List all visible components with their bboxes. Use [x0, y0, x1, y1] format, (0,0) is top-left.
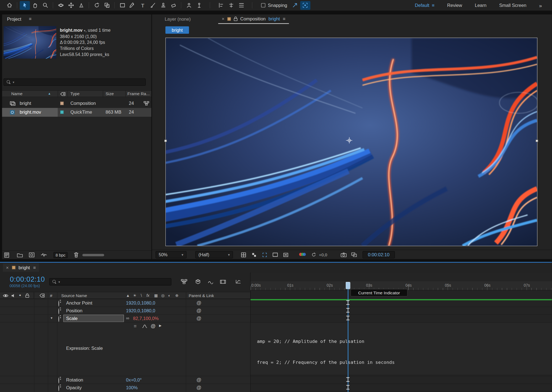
snap-to-features-button[interactable]: [300, 1, 310, 10]
pan-behind-tool-button[interactable]: [102, 1, 112, 10]
column-parent-link[interactable]: Parent & Link: [189, 293, 214, 298]
expression-language-menu-icon[interactable]: ▶: [159, 324, 162, 327]
composition-viewport[interactable]: [165, 38, 537, 246]
snapshot-button[interactable]: [339, 251, 348, 258]
stopwatch-icon[interactable]: [59, 378, 59, 384]
footage-thumbnail[interactable]: [4, 26, 56, 59]
project-search-input[interactable]: ▾: [4, 78, 146, 86]
enable-expression-icon[interactable]: =: [134, 323, 136, 329]
property-row-opacity[interactable]: Opacity 100% @: [0, 383, 250, 391]
sort-asc-icon[interactable]: ▲: [48, 92, 51, 95]
property-row-position[interactable]: Position 1920,0,1080,0 @: [0, 306, 250, 314]
pick-whip-icon[interactable]: @: [196, 308, 201, 313]
panel-menu-icon[interactable]: ≡: [283, 16, 286, 22]
snapping-checkbox[interactable]: [261, 3, 265, 7]
label-color-icon[interactable]: [39, 294, 45, 297]
menu-review[interactable]: Review: [447, 3, 462, 8]
bit-depth-button[interactable]: 8 bpc: [54, 252, 68, 258]
orbit-camera-tool-button[interactable]: [56, 1, 66, 10]
pan-camera-tool-button[interactable]: [66, 1, 76, 10]
comp-mini-flowchart-button[interactable]: [179, 278, 189, 285]
dimension-link-icon[interactable]: ∞: [126, 315, 129, 321]
transparency-grid-button[interactable]: [250, 251, 258, 258]
lock-icon[interactable]: [25, 293, 29, 298]
resolution-select[interactable]: (Half)▾: [195, 251, 233, 258]
horizontal-scrollbar[interactable]: [82, 254, 104, 256]
hide-shy-layers-button[interactable]: [206, 278, 215, 285]
property-row-anchor-point[interactable]: Anchor Point 1920,0,1080,0 @: [0, 299, 250, 306]
mask-visibility-button[interactable]: [271, 251, 279, 258]
rotation-tool-button[interactable]: [91, 1, 102, 10]
shy-icon[interactable]: ▲: [126, 293, 130, 297]
frame-blend-icon[interactable]: ▦: [154, 293, 158, 298]
position-value[interactable]: 1920,0,1080,0: [126, 308, 155, 313]
pick-whip-icon[interactable]: @: [196, 300, 201, 305]
collapse-transformations-icon[interactable]: ☀: [133, 293, 137, 298]
pick-whip-icon[interactable]: @: [196, 385, 201, 390]
tab-composition[interactable]: × Composition bright ≡: [218, 14, 289, 24]
menu-learn[interactable]: Learn: [475, 3, 486, 8]
trash-icon[interactable]: [74, 252, 79, 258]
hand-tool-button[interactable]: [30, 1, 40, 10]
motion-blur-icon[interactable]: ◎: [161, 293, 165, 298]
exposure-value[interactable]: +0,0: [319, 252, 327, 257]
stopwatch-icon[interactable]: [59, 301, 59, 307]
show-snapshot-button[interactable]: [350, 251, 358, 258]
roto-brush-tool-button[interactable]: [184, 1, 194, 10]
column-frame-rate[interactable]: Frame Ra...: [127, 91, 150, 96]
distribute-button[interactable]: [236, 1, 246, 10]
puppet-pin-tool-button[interactable]: [194, 1, 204, 10]
layer-handle-right[interactable]: [536, 140, 538, 142]
layer-anchor-point[interactable]: [346, 137, 352, 143]
expression-pick-whip-icon[interactable]: @: [150, 323, 155, 329]
stopwatch-icon[interactable]: [59, 385, 59, 391]
fx-icon[interactable]: fx: [146, 293, 149, 297]
close-icon[interactable]: ×: [6, 265, 9, 270]
property-row-rotation[interactable]: Rotation 0x+0,0° @: [0, 376, 250, 383]
panel-menu-icon[interactable]: ≡: [29, 16, 32, 22]
reset-exposure-button[interactable]: [310, 251, 318, 258]
eraser-tool-button[interactable]: [168, 1, 178, 10]
pick-whip-icon[interactable]: @: [196, 377, 201, 382]
viewer-timecode[interactable]: 0:00:02:10: [363, 251, 395, 258]
quality-icon[interactable]: \: [141, 293, 142, 297]
comp-navigator-chip[interactable]: bright: [165, 26, 189, 34]
workspace-menu[interactable]: Default ≡: [415, 3, 434, 8]
timeline-tab[interactable]: × bright ≡: [3, 263, 39, 272]
current-time-indicator-line[interactable]: [348, 282, 348, 392]
expression-editor[interactable]: amp = 20; // Amplitude of the pulsation …: [250, 322, 552, 375]
opacity-value[interactable]: 100%: [126, 385, 138, 390]
adjustment-layer-icon[interactable]: ◐: [168, 293, 170, 297]
channel-select-button[interactable]: [299, 252, 307, 258]
project-row-composition[interactable]: bright Composition 24: [2, 99, 151, 108]
column-size[interactable]: Size: [105, 91, 114, 96]
interpret-footage-icon[interactable]: [4, 252, 10, 258]
align-left-button[interactable]: [216, 1, 226, 10]
column-type[interactable]: Type: [70, 91, 80, 96]
home-button[interactable]: [4, 1, 14, 10]
column-index[interactable]: #: [50, 293, 52, 298]
column-source-name[interactable]: Source Name: [61, 293, 87, 298]
zoom-select[interactable]: 50%▾: [155, 251, 186, 258]
new-composition-icon[interactable]: [29, 252, 35, 257]
pen-tool-button[interactable]: [127, 1, 138, 10]
solo-icon[interactable]: ●: [19, 293, 21, 297]
flowchart-icon[interactable]: [144, 101, 149, 106]
stopwatch-icon[interactable]: [59, 316, 59, 322]
label-chip[interactable]: [60, 110, 64, 114]
panel-menu-icon[interactable]: ≡: [33, 265, 36, 270]
brush-tool-button[interactable]: [148, 1, 158, 10]
crop-roi-button[interactable]: [282, 251, 290, 258]
audio-icon[interactable]: [11, 294, 16, 298]
selection-tool-button[interactable]: [20, 1, 30, 10]
stopwatch-icon[interactable]: [59, 308, 59, 314]
property-row-scale[interactable]: ▾ Scale ∞ 82,7,100,0% @: [0, 314, 250, 322]
timeline-search-input[interactable]: ▾: [49, 278, 171, 286]
project-row-footage[interactable]: bright.mov QuickTime 863 MB 24: [2, 108, 151, 117]
snap-along-edges-button[interactable]: [290, 1, 300, 10]
shape-tool-button[interactable]: [117, 1, 127, 10]
eye-icon[interactable]: [3, 294, 8, 297]
grid-guides-button[interactable]: [239, 251, 248, 258]
anchor-point-value[interactable]: 1920,0,1080,0: [126, 300, 155, 305]
region-of-interest-button[interactable]: [260, 251, 269, 258]
